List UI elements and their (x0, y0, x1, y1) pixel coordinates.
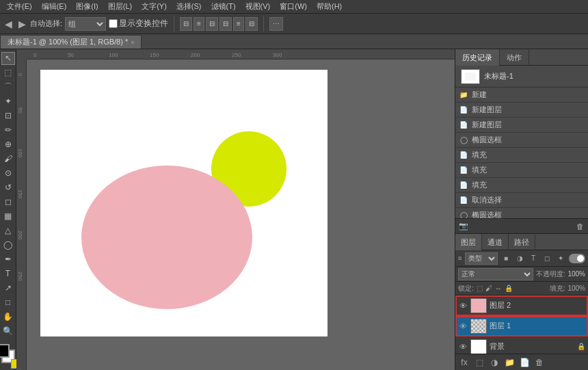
tool-brush[interactable]: 🖌 (1, 153, 15, 166)
layers-filter-adjust[interactable]: ◑ (514, 253, 525, 264)
layers-filter-label: ≡ (458, 254, 462, 262)
layer-item-1[interactable]: 👁 图层 1 (455, 316, 588, 336)
menu-item-file[interactable]: 文件(E) (3, 0, 36, 13)
canvas-area: 0 50 100 150 200 250 300 0 50 100 150 20… (16, 49, 455, 370)
align-left-btn[interactable]: ⊟ (180, 17, 192, 31)
history-item-5[interactable]: 📄 填充 (455, 163, 588, 178)
history-item-8[interactable]: ◯ 椭圆选框 (455, 208, 588, 218)
history-trash-btn[interactable]: 🗑 (574, 221, 585, 232)
layers-toolbar: ≡ 类型 ■ ◑ T ◻ ✦ (455, 250, 588, 267)
menu-item-window[interactable]: 窗口(W) (276, 0, 311, 13)
history-item-4[interactable]: 📄 填充 (455, 148, 588, 163)
show-transform-checkbox[interactable] (109, 19, 118, 28)
layers-filter-smart[interactable]: ✦ (555, 253, 566, 264)
show-transform-label[interactable]: 显示变换控件 (109, 18, 168, 29)
layers-filter-shape[interactable]: ◻ (542, 253, 552, 264)
menu-item-filter[interactable]: 滤镜(T) (207, 0, 240, 13)
layer-2-visibility[interactable]: 👁 (458, 301, 468, 310)
tool-dodge[interactable]: ◯ (1, 238, 15, 251)
history-icon-6: 📄 (458, 180, 469, 191)
menu-item-view[interactable]: 视图(V) (241, 0, 275, 13)
menu-item-layer[interactable]: 图层(L) (104, 0, 136, 13)
layer-bg-visibility[interactable]: 👁 (458, 342, 468, 352)
history-item-3[interactable]: ◯ 椭圆选框 (455, 133, 588, 148)
align-middle-btn[interactable]: ≡ (233, 17, 244, 31)
tool-path-select[interactable]: ↗ (1, 281, 15, 294)
align-top-btn[interactable]: ⊟ (219, 17, 232, 31)
layers-filter-text[interactable]: T (528, 253, 539, 264)
tool-heal[interactable]: ⊕ (1, 138, 15, 151)
layers-filter-pixel[interactable]: ■ (500, 253, 511, 264)
lock-icon-transparent[interactable]: ⬚ (477, 285, 483, 292)
document-tab[interactable]: 未标题-1 @ 100% (图层 1, RGB/8) * × (0, 35, 142, 49)
tool-move[interactable]: ↖ (1, 52, 15, 65)
history-item-7[interactable]: 📄 取消选择 (455, 193, 588, 208)
align-bottom-btn[interactable]: ⊟ (245, 17, 258, 31)
lock-icon-paint[interactable]: 🖌 (485, 285, 492, 292)
tool-blur[interactable]: △ (1, 224, 15, 237)
lock-icon-all[interactable]: 🔒 (505, 285, 513, 292)
more-options-btn[interactable]: ⋯ (269, 17, 283, 31)
tool-gradient[interactable]: ▦ (1, 210, 15, 223)
tool-pen[interactable]: ✒ (1, 252, 15, 265)
layer-2-thumb (470, 298, 487, 313)
tool-shape[interactable]: □ (1, 295, 15, 308)
menu-item-help[interactable]: 帮助(H) (312, 0, 346, 13)
auto-select-dropdown[interactable]: 组 图层 (65, 17, 106, 31)
snapshot-thumb-inner (465, 72, 476, 81)
layers-tab-channels[interactable]: 通道 (482, 234, 509, 250)
layer-item-2[interactable]: 👁 图层 2 (455, 295, 588, 316)
blend-mode-select[interactable]: 正常 (458, 268, 533, 280)
toolbar-separator-1 (174, 16, 174, 32)
delete-layer-btn[interactable]: 🗑 (533, 356, 546, 369)
menu-item-text[interactable]: 文字(Y) (137, 0, 171, 13)
tool-crop[interactable]: ⊡ (1, 109, 15, 122)
tool-eraser[interactable]: ◻ (1, 196, 15, 209)
layer-1-visibility[interactable]: 👁 (458, 321, 468, 331)
toolbar-back-arrow[interactable]: ◀ (3, 18, 14, 29)
layers-filter-select[interactable]: 类型 (465, 252, 498, 265)
tool-zoom[interactable]: 🔍 (1, 324, 15, 337)
menu-item-image[interactable]: 图像(I) (72, 0, 102, 13)
layers-blend-row: 正常 不透明度: 100% (455, 267, 588, 282)
add-group-btn[interactable]: 📁 (503, 356, 516, 369)
history-label-6: 填充 (472, 180, 487, 190)
tab-title: 未标题-1 @ 100% (图层 1, RGB/8) * (8, 37, 128, 47)
main-area: ↖ ⬚ ⌒ ✦ ⊡ ✏ ⊕ 🖌 ⊙ ↺ ◻ ▦ △ ◯ ✒ T ↗ □ ✋ 🔍 … (0, 49, 588, 370)
history-item-1[interactable]: 📄 新建图层 (455, 103, 588, 118)
foreground-color-swatch[interactable] (0, 344, 10, 358)
layers-tab-paths[interactable]: 路径 (509, 234, 535, 250)
history-camera-btn[interactable]: 📷 (458, 221, 469, 232)
add-fx-btn[interactable]: fx (458, 356, 470, 369)
layers-filter-toggle[interactable] (569, 254, 585, 263)
tab-close-btn[interactable]: × (131, 39, 134, 46)
tool-text[interactable]: T (1, 267, 15, 280)
layer-1-thumb (470, 319, 487, 334)
menu-item-select[interactable]: 选择(S) (172, 0, 206, 13)
snapshot-thumbnail (461, 69, 480, 84)
lock-label: 锁定: (458, 284, 474, 293)
actions-tab[interactable]: 动作 (500, 49, 529, 66)
tool-eyedropper[interactable]: ✏ (1, 124, 15, 137)
history-item-2[interactable]: 📄 新建图层 (455, 118, 588, 133)
lock-icon-move[interactable]: ↔ (495, 285, 502, 292)
history-item-0[interactable]: 📁 新建 (455, 88, 588, 103)
history-snapshot[interactable]: 未标题-1 (455, 66, 588, 88)
add-mask-btn[interactable]: ⬚ (473, 356, 485, 369)
tool-marquee[interactable]: ⬚ (1, 66, 15, 79)
align-center-btn[interactable]: ≡ (193, 17, 204, 31)
align-right-btn[interactable]: ⊟ (206, 17, 218, 31)
history-item-6[interactable]: 📄 填充 (455, 178, 588, 193)
tool-clone[interactable]: ⊙ (1, 167, 15, 180)
tool-history-brush[interactable]: ↺ (1, 181, 15, 194)
toolbar-forward-arrow[interactable]: ▶ (16, 18, 27, 29)
layer-item-bg[interactable]: 👁 背景 🔒 (455, 336, 588, 354)
layers-tab-layers[interactable]: 图层 (455, 234, 482, 250)
add-layer-btn[interactable]: 📄 (518, 356, 531, 369)
history-tab[interactable]: 历史记录 (455, 49, 500, 66)
tool-lasso[interactable]: ⌒ (1, 81, 15, 94)
add-adjustment-btn[interactable]: ◑ (488, 356, 500, 369)
tool-hand[interactable]: ✋ (1, 310, 15, 323)
tool-magic-wand[interactable]: ✦ (1, 95, 15, 108)
menu-item-edit[interactable]: 编辑(E) (38, 0, 71, 13)
